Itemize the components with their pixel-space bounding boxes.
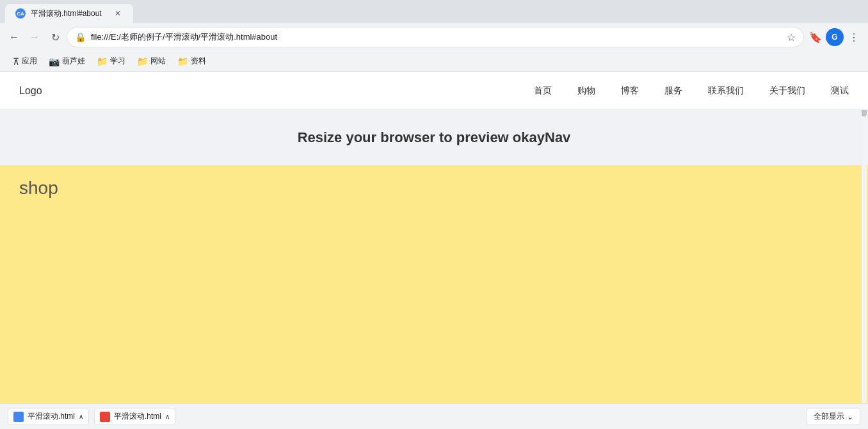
nav-item-shop[interactable]: 购物 <box>577 85 595 97</box>
bookmark-button[interactable]: 🔖 <box>807 28 824 46</box>
bookmark-star-icon[interactable]: ☆ <box>787 31 796 44</box>
apps-icon: ⊼ <box>13 56 19 67</box>
nav-item-blog[interactable]: 博客 <box>621 85 639 97</box>
scrollbar[interactable] <box>860 72 868 403</box>
taskbar-item-2-label: 平滑滚动.html <box>114 411 161 422</box>
taskbar-item-1[interactable]: 平滑滚动.html ∧ <box>8 408 89 425</box>
bookmark-resources-label: 资料 <box>191 56 206 67</box>
site-logo[interactable]: Logo <box>19 85 42 97</box>
bookmark-website-label: 网站 <box>150 56 166 67</box>
show-all-label: 全部显示 <box>814 411 844 422</box>
toolbar-right: 🔖 G ⋮ <box>807 28 863 46</box>
browser-tab[interactable]: CA 平滑滚动.html#about ✕ <box>5 4 133 23</box>
back-button[interactable]: ← <box>5 28 23 46</box>
security-icon: 🔒 <box>75 32 86 42</box>
tab-favicon: CA <box>15 8 26 19</box>
nav-item-test[interactable]: 测试 <box>831 85 849 97</box>
favicon-text: CA <box>17 11 24 17</box>
study-folder-icon: 📁 <box>97 56 108 67</box>
bookmark-website[interactable]: 📁 网站 <box>132 53 171 69</box>
resources-folder-icon: 📁 <box>177 56 188 67</box>
address-bar-row: ← → ↻ 🔒 file:///E:/老师的例子/平滑滚动/平滑滚动.html#… <box>0 23 868 51</box>
site-header: Logo 首页 购物 博客 服务 联系我们 关于我们 测试 <box>0 72 868 110</box>
browser-frame: CA 平滑滚动.html#about ✕ ← → ↻ 🔒 file:///E:/… <box>0 0 868 429</box>
shop-section: shop <box>0 165 868 403</box>
page-content: Logo 首页 购物 博客 服务 联系我们 关于我们 测试 Resize you… <box>0 72 868 403</box>
profile-avatar[interactable]: G <box>826 28 844 46</box>
bookmark-apps-label: 应用 <box>22 56 37 67</box>
taskbar-item-2-icon <box>100 412 110 422</box>
bottom-bar: 平滑滚动.html ∧ 平滑滚动.html ∧ 全部显示 ⌄ <box>0 403 868 429</box>
bookmark-study[interactable]: 📁 学习 <box>92 53 131 69</box>
nav-item-home[interactable]: 首页 <box>534 85 552 97</box>
forward-button[interactable]: → <box>26 28 44 46</box>
show-all-chevron: ⌄ <box>847 412 853 421</box>
taskbar-item-1-label: 平滑滚动.html <box>28 411 75 422</box>
reload-button[interactable]: ↻ <box>46 28 64 46</box>
url-text: file:///E:/老师的例子/平滑滚动/平滑滚动.html#about <box>91 31 782 43</box>
scrollbar-track <box>862 72 867 403</box>
taskbar-item-2-chevron: ∧ <box>165 413 170 420</box>
address-bar[interactable]: 🔒 file:///E:/老师的例子/平滑滚动/平滑滚动.html#about … <box>67 27 804 47</box>
taskbar-item-1-chevron: ∧ <box>79 413 83 420</box>
huluwawa-icon: 📷 <box>49 56 60 67</box>
bookmark-apps[interactable]: ⊼ 应用 <box>8 53 42 69</box>
taskbar-item-1-icon <box>13 412 24 422</box>
taskbar-item-2[interactable]: 平滑滚动.html ∧ <box>94 408 175 425</box>
tab-title: 平滑滚动.html#about <box>31 8 102 19</box>
shop-title: shop <box>19 178 849 198</box>
show-all-button[interactable]: 全部显示 ⌄ <box>807 408 860 425</box>
bookmark-huluwawa[interactable]: 📷 葫芦娃 <box>44 53 90 69</box>
close-tab-button[interactable]: ✕ <box>113 8 123 19</box>
bookmarks-bar: ⊼ 应用 📷 葫芦娃 📁 学习 📁 网站 📁 资料 <box>0 51 868 72</box>
nav-item-contact[interactable]: 联系我们 <box>708 85 744 97</box>
bookmark-study-label: 学习 <box>110 56 125 67</box>
nav-item-about[interactable]: 关于我们 <box>769 85 805 97</box>
preview-section: Resize your browser to preview okayNav <box>0 110 868 165</box>
menu-button[interactable]: ⋮ <box>845 28 863 46</box>
site-nav: 首页 购物 博客 服务 联系我们 关于我们 测试 <box>534 85 849 97</box>
nav-item-service[interactable]: 服务 <box>664 85 682 97</box>
bookmark-huluwawa-label: 葫芦娃 <box>62 56 85 67</box>
website-folder-icon: 📁 <box>137 56 148 67</box>
preview-message: Resize your browser to preview okayNav <box>19 129 849 146</box>
tab-bar: CA 平滑滚动.html#about ✕ <box>0 0 868 23</box>
profile-initials: G <box>832 33 837 42</box>
bookmark-resources[interactable]: 📁 资料 <box>172 53 211 69</box>
